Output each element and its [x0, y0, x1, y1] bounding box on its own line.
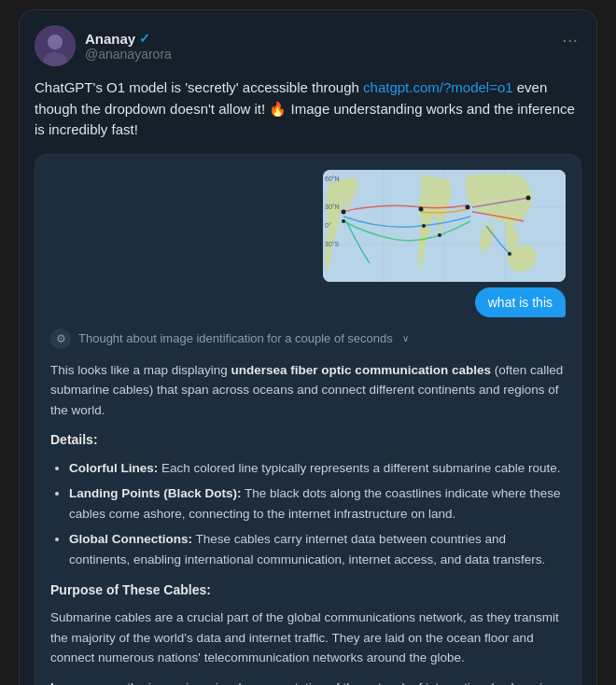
- details-heading: Details:: [50, 429, 566, 450]
- tweet-card: Ananay ✓ @ananayarora ··· ChatGPT's O1 m…: [19, 9, 597, 685]
- purpose-text: Submarine cables are a crucial part of t…: [50, 608, 566, 668]
- tweet-header-left: Ananay ✓ @ananayarora: [35, 25, 172, 66]
- svg-text:30°N: 30°N: [325, 203, 340, 210]
- svg-point-15: [508, 252, 511, 256]
- list-item: Landing Points (Black Dots): The black d…: [69, 483, 566, 524]
- svg-point-12: [526, 195, 531, 200]
- response-body: This looks like a map displaying underse…: [50, 360, 566, 686]
- svg-point-9: [342, 209, 346, 214]
- svg-point-14: [438, 233, 441, 237]
- tweet-link[interactable]: chatgpt.com/?model=o1: [363, 79, 513, 95]
- tweet-text: ChatGPT's O1 model is 'secretly' accessi…: [35, 77, 581, 141]
- user-info: Ananay ✓ @ananayarora: [85, 31, 172, 62]
- username: @ananayarora: [85, 47, 172, 62]
- avatar: [35, 25, 76, 66]
- user-message-area: 60°N 30°N 0° 30°S what is this: [50, 170, 566, 317]
- ai-response: ⚙ Thought about image identification for…: [50, 329, 566, 686]
- ai-thought-text: Thought about image identification for a…: [78, 331, 393, 345]
- ai-thought-icon: ⚙: [50, 329, 71, 349]
- svg-point-13: [342, 219, 345, 223]
- svg-text:30°S: 30°S: [325, 241, 340, 247]
- user-query-bubble: what is this: [475, 287, 566, 317]
- more-options-button[interactable]: ···: [558, 25, 581, 54]
- svg-text:0°: 0°: [325, 222, 331, 229]
- summary-text: In summary, the image is a visual repres…: [50, 678, 566, 685]
- svg-text:60°N: 60°N: [325, 175, 340, 182]
- list-item: Global Connections: These cables carry i…: [69, 529, 566, 569]
- tweet-header: Ananay ✓ @ananayarora ···: [35, 25, 581, 66]
- ai-thought-indicator: ⚙ Thought about image identification for…: [50, 329, 566, 349]
- svg-point-16: [422, 224, 426, 228]
- response-intro: This looks like a map displaying underse…: [50, 360, 566, 421]
- svg-point-10: [419, 206, 424, 211]
- svg-point-1: [48, 35, 63, 49]
- display-name: Ananay ✓: [85, 31, 172, 47]
- svg-point-11: [466, 204, 470, 209]
- map-image: 60°N 30°N 0° 30°S: [323, 170, 566, 282]
- list-item: Colorful Lines: Each colored line typica…: [69, 458, 566, 479]
- chat-container: 60°N 30°N 0° 30°S what is this ⚙ Thought…: [35, 154, 581, 686]
- chevron-down-icon: ∨: [402, 333, 409, 343]
- details-list: Colorful Lines: Each colored line typica…: [50, 458, 566, 570]
- verified-icon: ✓: [139, 31, 150, 46]
- purpose-heading: Purpose of These Cables:: [50, 580, 566, 600]
